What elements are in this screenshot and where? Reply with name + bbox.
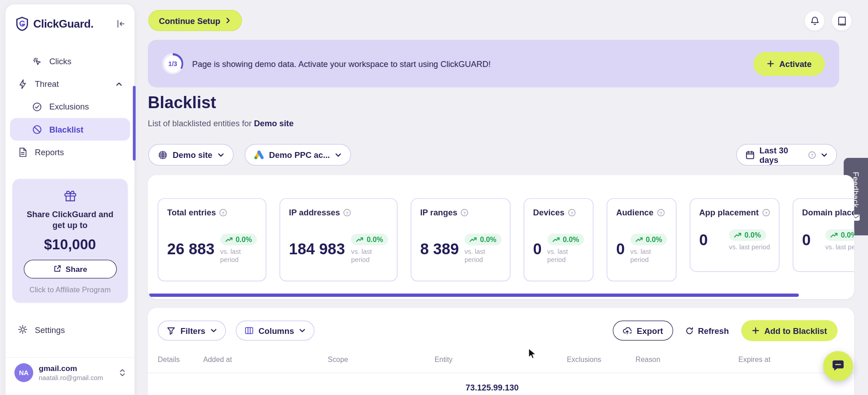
- question-circle-icon[interactable]: ?: [657, 209, 664, 216]
- column-header-scope: Scope: [328, 356, 435, 364]
- stat-card-domain-placement: Domain placement ? 0 0.0% vs. last perio…: [793, 198, 854, 272]
- sidebar-item-threat[interactable]: Threat: [10, 72, 130, 95]
- plus-icon: [752, 327, 759, 334]
- filters-label: Filters: [180, 326, 205, 335]
- sidebar-item-reports[interactable]: Reports: [10, 141, 130, 163]
- cell-scope: [328, 386, 435, 387]
- gear-icon: [18, 324, 28, 334]
- docs-button[interactable]: [831, 10, 852, 31]
- activate-button[interactable]: Activate: [753, 52, 825, 76]
- trend-badge: 0.0%: [220, 233, 257, 245]
- question-circle-icon[interactable]: ?: [461, 209, 469, 216]
- filters-dropdown[interactable]: Filters: [158, 321, 226, 341]
- cell-expires-at: [739, 386, 854, 387]
- trend-badge: 0.0%: [465, 233, 502, 245]
- sidebar-collapse-icon[interactable]: [116, 19, 126, 29]
- sidebar-item-clicks[interactable]: Clicks: [10, 50, 130, 72]
- stats-scrollbar-thumb[interactable]: [149, 294, 799, 297]
- affiliate-promo-card: Share ClickGuard and get up to $10,000 S…: [12, 179, 128, 303]
- trend-badge: 0.0%: [825, 229, 854, 241]
- site-selector-value: Demo site: [173, 150, 213, 160]
- date-range-selector[interactable]: Last 30 days ?: [736, 144, 837, 166]
- stat-vs-label: vs. last period: [825, 243, 854, 251]
- stat-label: IP ranges: [420, 208, 457, 217]
- site-selector[interactable]: Demo site: [148, 144, 233, 166]
- stat-label: Devices: [533, 208, 564, 217]
- book-icon: [837, 16, 847, 26]
- cloud-download-icon: [623, 326, 632, 335]
- notifications-button[interactable]: [804, 10, 825, 31]
- table-row[interactable]: 73.125.99.130: [148, 373, 854, 395]
- question-circle-icon[interactable]: ?: [808, 151, 816, 158]
- svg-text:?: ?: [659, 210, 662, 215]
- question-circle-icon[interactable]: ?: [343, 209, 351, 216]
- columns-dropdown[interactable]: Columns: [236, 321, 314, 341]
- ppc-account-value: Demo PPC ac...: [269, 150, 330, 160]
- export-button[interactable]: Export: [613, 321, 673, 341]
- stat-vs-label: vs. last period: [220, 247, 255, 264]
- cell-reason: [636, 386, 739, 387]
- svg-text:?: ?: [346, 210, 349, 215]
- sidebar-item-settings[interactable]: Settings: [10, 318, 130, 341]
- chevron-down-icon: [821, 152, 828, 158]
- chevron-up-icon[interactable]: [116, 81, 123, 87]
- refresh-button[interactable]: Refresh: [685, 326, 729, 335]
- chevron-down-icon: [299, 327, 306, 334]
- banner-message: Page is showing demo data. Activate your…: [192, 59, 491, 68]
- sidebar-item-label: Exclusions: [49, 102, 89, 111]
- question-circle-icon[interactable]: ?: [568, 209, 575, 216]
- refresh-icon: [685, 326, 693, 334]
- stat-vs-label: vs. last period: [630, 247, 664, 264]
- question-circle-icon[interactable]: ?: [219, 209, 227, 216]
- stat-value: 0: [533, 240, 542, 258]
- stat-card-devices: Devices ? 0 0.0% vs. last period: [524, 198, 593, 281]
- brand-name: ClickGuard.: [33, 18, 111, 30]
- stat-label: Total entries: [167, 208, 216, 217]
- stat-vs-label: vs. last period: [465, 247, 499, 264]
- stat-label: Audience: [616, 208, 654, 217]
- stat-card-audience: Audience ? 0 0.0% vs. last period: [607, 198, 676, 281]
- globe-icon: [158, 150, 168, 160]
- share-button[interactable]: Share: [24, 259, 117, 278]
- stat-label: IP addresses: [289, 208, 340, 217]
- chat-widget-button[interactable]: [823, 351, 853, 381]
- stat-delta: 0.0%: [367, 235, 383, 243]
- sidebar-scrollbar[interactable]: [133, 86, 136, 161]
- stat-card-app-placement: App placement ? 0 0.0% vs. last period: [690, 198, 779, 272]
- chevron-right-icon: [225, 17, 232, 24]
- lightning-icon: [18, 79, 28, 89]
- stat-value: 26 883: [167, 240, 215, 258]
- blacklist-table-panel: Filters Columns Export Refresh: [148, 308, 854, 395]
- avatar: NA: [14, 363, 33, 382]
- svg-text:?: ?: [764, 210, 767, 215]
- add-to-blacklist-button[interactable]: Add to Blacklist: [741, 320, 837, 341]
- affiliate-link[interactable]: Click to Affiliate Program: [20, 286, 120, 294]
- svg-text:?: ?: [570, 210, 573, 215]
- date-range-value: Last 30 days: [759, 145, 803, 164]
- setup-progress-value: 1/3: [164, 55, 181, 72]
- demo-data-banner: 1/3 Page is showing demo data. Activate …: [148, 40, 840, 87]
- stat-value: 0: [802, 232, 811, 249]
- stat-label: Domain placement: [802, 208, 854, 217]
- sidebar: ClickGuard. Clicks Threat: [5, 5, 134, 395]
- svg-text:?: ?: [463, 210, 466, 215]
- sidebar-item-exclusions[interactable]: Exclusions: [10, 95, 130, 118]
- stat-delta: 0.0%: [236, 235, 252, 243]
- clickguard-logo-icon: [15, 17, 28, 31]
- ppc-account-selector[interactable]: Demo PPC ac...: [245, 144, 351, 166]
- document-icon: [18, 147, 28, 157]
- chevron-updown-icon: [119, 368, 126, 377]
- question-circle-icon[interactable]: ?: [762, 209, 770, 216]
- cell-details: [158, 386, 203, 387]
- funnel-icon: [166, 326, 175, 335]
- cell-entity: 73.125.99.130: [435, 381, 567, 392]
- account-switcher[interactable]: NA gmail.com naatali.ro@gmail.com: [5, 357, 134, 387]
- sidebar-item-label: Blacklist: [49, 124, 84, 134]
- activate-label: Activate: [779, 59, 811, 68]
- stat-delta: 0.0%: [841, 231, 854, 239]
- sidebar-item-blacklist[interactable]: Blacklist: [10, 118, 130, 141]
- page-subtitle-text: List of blacklisted entities for: [148, 119, 252, 128]
- export-label: Export: [637, 326, 663, 335]
- click-icon: [32, 56, 42, 66]
- continue-setup-button[interactable]: Continue Setup: [148, 10, 242, 31]
